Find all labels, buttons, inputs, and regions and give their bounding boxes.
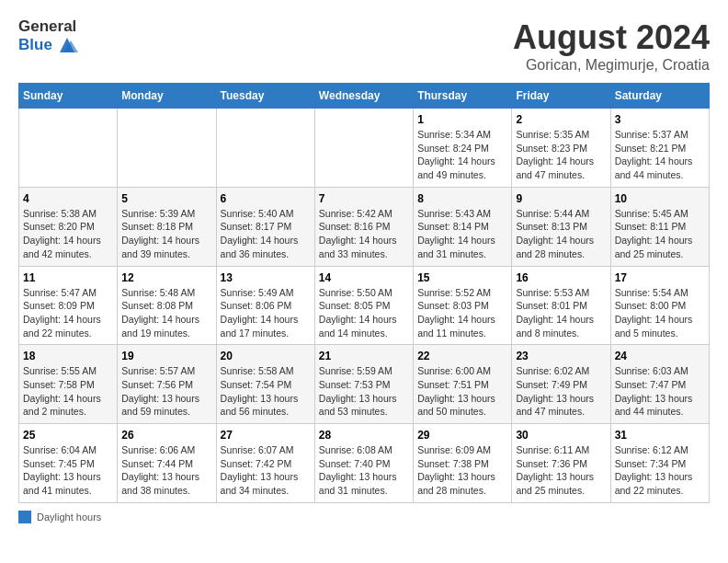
day-detail: Sunrise: 6:07 AM Sunset: 7:42 PM Dayligh… xyxy=(221,443,311,498)
calendar-cell: 15Sunrise: 5:52 AM Sunset: 8:03 PM Dayli… xyxy=(414,266,512,345)
calendar-cell: 14Sunrise: 5:50 AM Sunset: 8:05 PM Dayli… xyxy=(314,266,413,345)
calendar-cell xyxy=(19,109,118,188)
logo: General Blue xyxy=(18,18,80,56)
day-detail: Sunrise: 5:39 AM Sunset: 8:18 PM Dayligh… xyxy=(121,207,211,261)
calendar-cell: 5Sunrise: 5:39 AM Sunset: 8:18 PM Daylig… xyxy=(118,187,216,266)
day-detail: Sunrise: 5:37 AM Sunset: 8:21 PM Dayligh… xyxy=(615,128,705,182)
day-number: 2 xyxy=(516,113,606,126)
day-number: 29 xyxy=(417,429,507,442)
calendar-cell: 21Sunrise: 5:59 AM Sunset: 7:53 PM Dayli… xyxy=(314,345,413,424)
day-detail: Sunrise: 6:08 AM Sunset: 7:40 PM Dayligh… xyxy=(319,443,409,498)
day-number: 15 xyxy=(417,271,507,284)
logo-blue: Blue xyxy=(18,37,52,54)
day-detail: Sunrise: 5:49 AM Sunset: 8:06 PM Dayligh… xyxy=(221,286,311,340)
calendar-cell: 28Sunrise: 6:08 AM Sunset: 7:40 PM Dayli… xyxy=(314,424,413,503)
day-detail: Sunrise: 5:53 AM Sunset: 8:01 PM Dayligh… xyxy=(516,286,606,340)
day-detail: Sunrise: 6:00 AM Sunset: 7:51 PM Dayligh… xyxy=(417,364,507,419)
day-number: 18 xyxy=(23,350,113,362)
day-detail: Sunrise: 5:38 AM Sunset: 8:20 PM Dayligh… xyxy=(23,207,113,261)
calendar-cell xyxy=(314,109,413,188)
day-number: 25 xyxy=(23,429,113,442)
calendar-cell: 27Sunrise: 6:07 AM Sunset: 7:42 PM Dayli… xyxy=(216,424,314,503)
calendar-cell: 30Sunrise: 6:11 AM Sunset: 7:36 PM Dayli… xyxy=(512,424,610,503)
logo-general: General xyxy=(18,18,80,36)
day-detail: Sunrise: 6:09 AM Sunset: 7:38 PM Dayligh… xyxy=(417,443,507,498)
day-number: 12 xyxy=(121,271,211,284)
day-detail: Sunrise: 6:03 AM Sunset: 7:47 PM Dayligh… xyxy=(615,364,705,419)
calendar-week-row: 18Sunrise: 5:55 AM Sunset: 7:58 PM Dayli… xyxy=(19,345,710,424)
calendar-cell: 6Sunrise: 5:40 AM Sunset: 8:17 PM Daylig… xyxy=(216,187,314,266)
day-number: 28 xyxy=(319,429,409,442)
logo-icon xyxy=(54,36,80,56)
calendar-cell: 31Sunrise: 6:12 AM Sunset: 7:34 PM Dayli… xyxy=(610,424,709,503)
day-number: 17 xyxy=(615,271,705,284)
calendar-week-row: 25Sunrise: 6:04 AM Sunset: 7:45 PM Dayli… xyxy=(19,424,710,503)
day-number: 3 xyxy=(615,113,705,126)
day-detail: Sunrise: 5:40 AM Sunset: 8:17 PM Dayligh… xyxy=(221,207,311,261)
day-detail: Sunrise: 5:52 AM Sunset: 8:03 PM Dayligh… xyxy=(417,286,507,340)
calendar-cell: 19Sunrise: 5:57 AM Sunset: 7:56 PM Dayli… xyxy=(118,345,216,424)
day-number: 10 xyxy=(615,192,705,205)
calendar-cell: 9Sunrise: 5:44 AM Sunset: 8:13 PM Daylig… xyxy=(512,187,610,266)
calendar-week-row: 4Sunrise: 5:38 AM Sunset: 8:20 PM Daylig… xyxy=(19,187,710,266)
day-detail: Sunrise: 5:45 AM Sunset: 8:11 PM Dayligh… xyxy=(615,207,705,261)
subtitle: Gorican, Megimurje, Croatia xyxy=(513,57,710,74)
calendar-week-row: 11Sunrise: 5:47 AM Sunset: 8:09 PM Dayli… xyxy=(19,266,710,345)
day-number: 20 xyxy=(221,350,311,362)
day-detail: Sunrise: 5:55 AM Sunset: 7:58 PM Dayligh… xyxy=(23,364,113,419)
calendar-cell: 12Sunrise: 5:48 AM Sunset: 8:08 PM Dayli… xyxy=(118,266,216,345)
day-number: 5 xyxy=(121,192,211,205)
calendar-cell: 4Sunrise: 5:38 AM Sunset: 8:20 PM Daylig… xyxy=(19,187,118,266)
day-detail: Sunrise: 6:04 AM Sunset: 7:45 PM Dayligh… xyxy=(23,443,113,498)
calendar-cell: 20Sunrise: 5:58 AM Sunset: 7:54 PM Dayli… xyxy=(216,345,314,424)
day-detail: Sunrise: 6:12 AM Sunset: 7:34 PM Dayligh… xyxy=(615,443,705,498)
calendar-cell: 24Sunrise: 6:03 AM Sunset: 7:47 PM Dayli… xyxy=(610,345,709,424)
calendar-cell: 7Sunrise: 5:42 AM Sunset: 8:16 PM Daylig… xyxy=(314,187,413,266)
calendar-cell: 26Sunrise: 6:06 AM Sunset: 7:44 PM Dayli… xyxy=(118,424,216,503)
calendar-header-friday: Friday xyxy=(512,84,610,109)
legend-label: Daylight hours xyxy=(37,511,101,523)
day-detail: Sunrise: 5:57 AM Sunset: 7:56 PM Dayligh… xyxy=(121,364,211,419)
day-number: 1 xyxy=(417,113,507,126)
day-detail: Sunrise: 5:47 AM Sunset: 8:09 PM Dayligh… xyxy=(23,286,113,340)
day-number: 6 xyxy=(221,192,311,205)
legend: Daylight hours xyxy=(18,511,710,523)
day-number: 14 xyxy=(319,271,409,284)
day-detail: Sunrise: 5:50 AM Sunset: 8:05 PM Dayligh… xyxy=(319,286,409,340)
day-number: 31 xyxy=(615,429,705,442)
calendar-week-row: 1Sunrise: 5:34 AM Sunset: 8:24 PM Daylig… xyxy=(19,109,710,188)
day-number: 8 xyxy=(417,192,507,205)
day-number: 26 xyxy=(121,429,211,442)
calendar-cell: 23Sunrise: 6:02 AM Sunset: 7:49 PM Dayli… xyxy=(512,345,610,424)
calendar-cell: 18Sunrise: 5:55 AM Sunset: 7:58 PM Dayli… xyxy=(19,345,118,424)
day-number: 19 xyxy=(121,350,211,362)
day-number: 13 xyxy=(221,271,311,284)
calendar-cell: 25Sunrise: 6:04 AM Sunset: 7:45 PM Dayli… xyxy=(19,424,118,503)
day-detail: Sunrise: 5:42 AM Sunset: 8:16 PM Dayligh… xyxy=(319,207,409,261)
day-number: 7 xyxy=(319,192,409,205)
day-detail: Sunrise: 6:06 AM Sunset: 7:44 PM Dayligh… xyxy=(121,443,211,498)
calendar-header-monday: Monday xyxy=(118,84,216,109)
day-number: 9 xyxy=(516,192,606,205)
calendar-cell: 1Sunrise: 5:34 AM Sunset: 8:24 PM Daylig… xyxy=(414,109,512,188)
legend-color xyxy=(18,511,31,523)
day-detail: Sunrise: 6:11 AM Sunset: 7:36 PM Dayligh… xyxy=(516,443,606,498)
calendar-cell xyxy=(216,109,314,188)
calendar-cell: 22Sunrise: 6:00 AM Sunset: 7:51 PM Dayli… xyxy=(414,345,512,424)
calendar-cell: 10Sunrise: 5:45 AM Sunset: 8:11 PM Dayli… xyxy=(610,187,709,266)
calendar-cell: 2Sunrise: 5:35 AM Sunset: 8:23 PM Daylig… xyxy=(512,109,610,188)
calendar-header-sunday: Sunday xyxy=(19,84,118,109)
calendar-cell: 16Sunrise: 5:53 AM Sunset: 8:01 PM Dayli… xyxy=(512,266,610,345)
calendar-cell: 11Sunrise: 5:47 AM Sunset: 8:09 PM Dayli… xyxy=(19,266,118,345)
day-detail: Sunrise: 5:48 AM Sunset: 8:08 PM Dayligh… xyxy=(121,286,211,340)
calendar-table: SundayMondayTuesdayWednesdayThursdayFrid… xyxy=(18,83,710,503)
day-detail: Sunrise: 5:58 AM Sunset: 7:54 PM Dayligh… xyxy=(221,364,311,419)
day-detail: Sunrise: 5:35 AM Sunset: 8:23 PM Dayligh… xyxy=(516,128,606,182)
calendar-header-saturday: Saturday xyxy=(610,84,709,109)
day-number: 24 xyxy=(615,350,705,362)
day-number: 21 xyxy=(319,350,409,362)
day-detail: Sunrise: 5:34 AM Sunset: 8:24 PM Dayligh… xyxy=(417,128,507,182)
calendar-cell: 13Sunrise: 5:49 AM Sunset: 8:06 PM Dayli… xyxy=(216,266,314,345)
day-detail: Sunrise: 6:02 AM Sunset: 7:49 PM Dayligh… xyxy=(516,364,606,419)
day-detail: Sunrise: 5:59 AM Sunset: 7:53 PM Dayligh… xyxy=(319,364,409,419)
